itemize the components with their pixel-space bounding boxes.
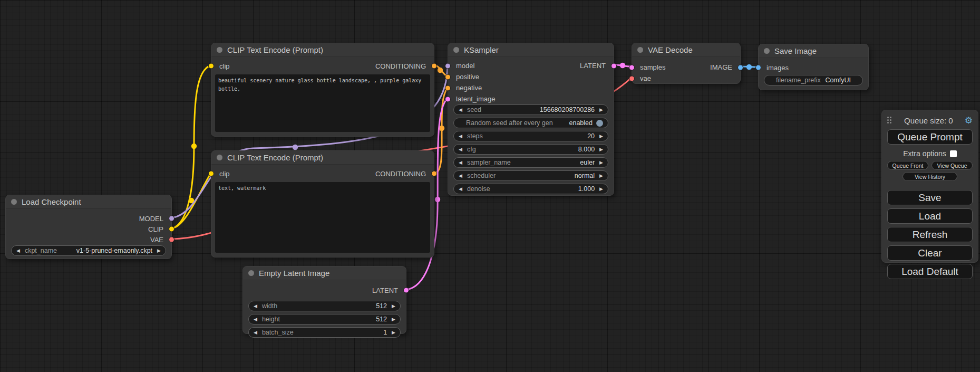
link-midpoint-dot[interactable] [293, 145, 298, 150]
link-midpoint-dot[interactable] [191, 144, 197, 149]
link-midpoint-dot[interactable] [435, 197, 440, 202]
denoise-widget[interactable]: ◀denoise1.000▶ [453, 184, 608, 194]
collapse-dot-icon[interactable] [637, 47, 643, 53]
increment-arrow-icon[interactable]: ▶ [157, 249, 161, 253]
port-row: clipCONDITIONING [211, 168, 434, 179]
collapse-dot-icon[interactable] [764, 48, 770, 54]
node-graph-canvas[interactable]: Load CheckpointMODELCLIPVAE◀ckpt_namev1-… [0, 0, 980, 372]
node-ksampler[interactable]: KSamplermodelLATENTpositivenegativelaten… [448, 43, 614, 196]
queue-menu-panel: Queue size: 0 ⚙ Queue Prompt Extra optio… [881, 110, 978, 263]
link-midpoint-dot[interactable] [438, 68, 443, 73]
clear-button[interactable]: Clear [887, 245, 973, 261]
images-input-port[interactable] [755, 65, 761, 71]
batch_size-widget[interactable]: ◀batch_size1▶ [248, 327, 401, 338]
clip-input-port[interactable] [208, 63, 214, 69]
node-save-image[interactable]: Save Imageimagesfilename_prefixComfyUI [758, 44, 869, 90]
node-empty-latent-image[interactable]: Empty Latent ImageLATENT◀width512▶◀heigh… [242, 266, 406, 334]
queue-front-button[interactable]: Queue Front [887, 161, 928, 170]
ckpt_name-widget[interactable]: ◀ckpt_namev1-5-pruned-emaonly.ckpt▶ [11, 245, 166, 256]
save-button[interactable]: Save [887, 190, 973, 205]
node-clip-text-encode-positive[interactable]: CLIP Text Encode (Prompt)clipCONDITIONIN… [211, 43, 434, 137]
node-clip-text-encode-negative[interactable]: CLIP Text Encode (Prompt)clipCONDITIONIN… [211, 150, 434, 257]
collapse-dot-icon[interactable] [217, 155, 222, 160]
steps-widget-label: steps [467, 132, 483, 140]
filename_prefix-widget[interactable]: filename_prefixComfyUI [764, 75, 863, 85]
increment-arrow-icon[interactable]: ▶ [392, 330, 395, 335]
decrement-arrow-icon[interactable]: ◀ [254, 317, 257, 322]
collapse-dot-icon[interactable] [248, 270, 254, 276]
node-title: Empty Latent Image [259, 269, 329, 278]
MODEL-output-port[interactable] [169, 216, 174, 222]
node-load-checkpoint[interactable]: Load CheckpointMODELCLIPVAE◀ckpt_namev1-… [5, 195, 172, 259]
steps-widget-value: 20 [587, 132, 595, 140]
VAE-output-port[interactable] [169, 237, 174, 243]
clip-input-port[interactable] [208, 171, 214, 177]
prompt-textarea[interactable]: beautiful scenery nature glass bottle la… [215, 74, 430, 132]
load-default-button[interactable]: Load Default [887, 264, 973, 279]
decrement-arrow-icon[interactable]: ◀ [459, 160, 462, 165]
load-button[interactable]: Load [887, 208, 973, 224]
CLIP-output-port[interactable] [169, 226, 174, 232]
collapse-dot-icon[interactable] [217, 47, 222, 53]
LATENT-output-port[interactable] [403, 288, 409, 293]
extra-options-checkbox[interactable] [950, 150, 957, 157]
width-widget[interactable]: ◀width512▶ [248, 301, 401, 311]
decrement-arrow-icon[interactable]: ◀ [254, 304, 257, 309]
model-input-port[interactable] [445, 63, 451, 69]
link-clip[interactable] [172, 65, 211, 228]
decrement-arrow-icon[interactable]: ◀ [459, 187, 462, 192]
increment-arrow-icon[interactable]: ▶ [599, 108, 603, 112]
cfg-widget[interactable]: ◀cfg8.000▶ [453, 144, 608, 155]
decrement-arrow-icon[interactable]: ◀ [459, 174, 462, 178]
node-title: KSampler [464, 45, 499, 54]
vae-input-port[interactable] [629, 75, 635, 81]
node-body: modelLATENTpositivenegativelatent_image◀… [448, 57, 614, 197]
increment-arrow-icon[interactable]: ▶ [392, 317, 395, 322]
port-row: LATENT [243, 285, 406, 295]
toggle-circle-icon[interactable] [596, 120, 603, 127]
filename_prefix-widget-value: ComfyUI [825, 77, 851, 84]
LATENT-output-label: LATENT [580, 62, 606, 70]
positive-input-port[interactable] [445, 74, 451, 80]
queue-prompt-button[interactable]: Queue Prompt [887, 129, 973, 145]
collapse-dot-icon[interactable] [453, 47, 459, 53]
height-widget[interactable]: ◀height512▶ [248, 314, 401, 325]
steps-widget[interactable]: ◀steps20▶ [453, 131, 608, 141]
IMAGE-output-port[interactable] [738, 64, 743, 70]
CONDITIONING-output-port[interactable] [431, 171, 437, 177]
node-titlebar: VAE Decode [632, 43, 740, 57]
decrement-arrow-icon[interactable]: ◀ [459, 108, 462, 112]
increment-arrow-icon[interactable]: ▶ [599, 147, 603, 152]
queue-size-label: Queue size: 0 [892, 116, 965, 125]
scheduler-widget[interactable]: ◀schedulernormal▶ [453, 170, 608, 181]
latent_image-input-port[interactable] [445, 96, 451, 102]
increment-arrow-icon[interactable]: ▶ [599, 187, 603, 192]
height-widget-value: 512 [376, 316, 387, 323]
increment-arrow-icon[interactable]: ▶ [599, 134, 603, 139]
link-midpoint-dot[interactable] [620, 63, 625, 68]
increment-arrow-icon[interactable]: ▶ [599, 160, 603, 165]
seed-widget[interactable]: ◀seed156680208700286▶ [453, 104, 608, 115]
LATENT-output-port[interactable] [611, 63, 617, 69]
CONDITIONING-output-port[interactable] [431, 63, 437, 69]
view-history-button[interactable]: View History [903, 172, 957, 181]
node-vae-decode[interactable]: VAE DecodesamplesIMAGEvae [632, 43, 741, 84]
sampler_name-widget[interactable]: ◀sampler_nameeuler▶ [453, 157, 608, 168]
prompt-textarea[interactable]: text, watermark [215, 182, 430, 253]
link-midpoint-dot[interactable] [746, 64, 752, 70]
view-queue-button[interactable]: View Queue [932, 161, 973, 170]
decrement-arrow-icon[interactable]: ◀ [254, 330, 257, 335]
drag-handle-icon[interactable] [887, 117, 892, 125]
refresh-button[interactable]: Refresh [887, 227, 973, 242]
decrement-arrow-icon[interactable]: ◀ [459, 147, 462, 152]
collapse-dot-icon[interactable] [11, 199, 17, 205]
decrement-arrow-icon[interactable]: ◀ [16, 249, 20, 253]
increment-arrow-icon[interactable]: ▶ [392, 304, 395, 309]
settings-gear-icon[interactable]: ⚙ [965, 116, 973, 125]
increment-arrow-icon[interactable]: ▶ [599, 174, 603, 178]
node-titlebar: KSampler [448, 43, 614, 57]
samples-input-port[interactable] [629, 64, 635, 70]
negative-input-port[interactable] [445, 85, 451, 91]
Random seed after every gen-widget[interactable]: Random seed after every genenabled [453, 118, 608, 128]
decrement-arrow-icon[interactable]: ◀ [459, 134, 462, 139]
